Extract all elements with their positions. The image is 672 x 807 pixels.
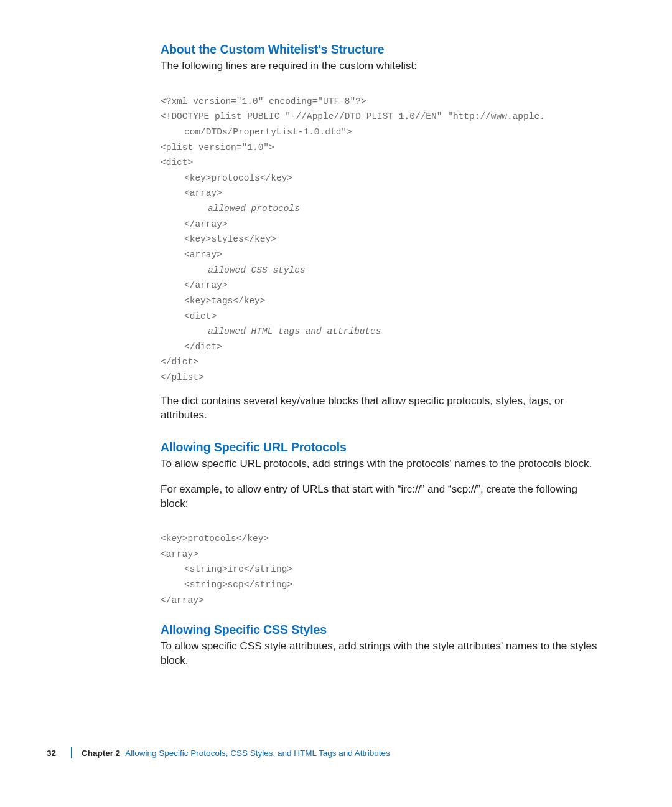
- paragraph-protocols-1: To allow specific URL protocols, add str…: [161, 457, 597, 471]
- code-line-italic: allowed HTML tags and attributes: [161, 324, 381, 339]
- code-line: </dict>: [161, 357, 198, 367]
- code-line: </array>: [161, 217, 228, 232]
- code-line: <array>: [161, 247, 222, 263]
- chapter-label: Chapter 2: [82, 748, 120, 758]
- paragraph-dict-explain: The dict contains several key/value bloc…: [161, 394, 597, 423]
- heading-about-whitelist: About the Custom Whitelist's Structure: [161, 42, 597, 57]
- code-line: <dict>: [161, 309, 217, 324]
- heading-url-protocols: Allowing Specific URL Protocols: [161, 440, 597, 455]
- chapter-title: Allowing Specific Protocols, CSS Styles,…: [125, 748, 390, 758]
- code-block-whitelist-structure: <?xml version="1.0" encoding="UTF-8"?> <…: [161, 78, 597, 385]
- code-line: <key>styles</key>: [161, 232, 276, 247]
- code-line: <string>irc</string>: [161, 562, 292, 577]
- code-line: com/DTDs/PropertyList-1.0.dtd">: [161, 125, 352, 140]
- code-line: </dict>: [161, 339, 222, 355]
- paragraph-intro: The following lines are required in the …: [161, 59, 597, 73]
- code-line-italic: allowed CSS styles: [161, 263, 306, 278]
- code-line: <plist version="1.0">: [161, 143, 274, 153]
- code-line: <key>protocols</key>: [161, 171, 292, 186]
- code-line: <!DOCTYPE plist PUBLIC "-//Apple//DTD PL…: [161, 111, 545, 121]
- heading-css-styles: Allowing Specific CSS Styles: [161, 623, 597, 637]
- footer-divider: [71, 747, 72, 758]
- code-line: <key>protocols</key>: [161, 534, 269, 544]
- document-page: About the Custom Whitelist's Structure T…: [0, 0, 672, 807]
- code-line: <?xml version="1.0" encoding="UTF-8"?>: [161, 97, 366, 106]
- code-line: </plist>: [161, 372, 204, 382]
- code-line: <array>: [161, 186, 222, 201]
- paragraph-protocols-2: For example, to allow entry of URLs that…: [161, 483, 597, 511]
- code-line: <array>: [161, 549, 198, 559]
- code-line: <string>scp</string>: [161, 577, 292, 593]
- page-number: 32: [47, 748, 61, 758]
- code-line-italic: allowed protocols: [161, 201, 300, 217]
- code-line: <dict>: [161, 158, 193, 168]
- code-block-protocols: <key>protocols</key> <array> <string>irc…: [161, 516, 597, 608]
- code-line: <key>tags</key>: [161, 293, 266, 309]
- code-line: </array>: [161, 278, 228, 293]
- page-footer: 32 Chapter 2 Allowing Specific Protocols…: [0, 747, 672, 758]
- code-line: </array>: [161, 595, 204, 605]
- paragraph-css-1: To allow specific CSS style attributes, …: [161, 639, 597, 668]
